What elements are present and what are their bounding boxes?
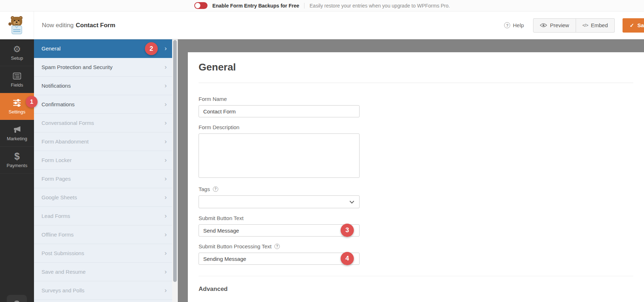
form-name-input[interactable] [199,105,360,117]
menu-item-label: Save and Resume [42,269,86,275]
menu-item-label: Form Pages [42,176,71,182]
chevron-right-icon: › [165,82,167,89]
sidebar-item-setup[interactable]: ⚙ Setup [0,39,34,66]
settings-menu-item-form-abandonment[interactable]: Form Abandonment› [34,132,172,151]
settings-panel: General Form Name Form Description [188,52,644,302]
settings-menu-item-form-locker[interactable]: Form Locker› [34,151,172,170]
settings-menu-item-confirmations[interactable]: Confirmations› [34,95,172,114]
embed-label: Embed [591,22,608,28]
help-icon: ? [504,22,510,28]
chevron-right-icon: › [165,119,167,127]
form-title: Contact Form [76,22,116,29]
preview-label: Preview [550,22,569,28]
settings-menu-item-google-sheets[interactable]: Google Sheets› [34,188,172,207]
tags-help-icon[interactable]: ? [213,186,218,192]
entry-backups-toggle[interactable] [194,2,208,9]
step-badge-1: 1 [26,96,38,108]
form-description-group: Form Description [199,124,360,179]
step-badge-4: 4 [341,252,354,265]
menu-item-label: Form Abandonment [42,138,89,145]
tags-select[interactable] [199,195,360,208]
settings-menu-item-lead-forms[interactable]: Lead Forms› [34,207,172,225]
step-badge-3: 3 [341,224,354,237]
sidebar-bottom-button[interactable] [7,295,27,302]
tags-group: Tags ? [199,186,360,208]
settings-menu-item-save-and-resume[interactable]: Save and Resume› [34,263,172,281]
settings-menu-item-surveys-and-polls[interactable]: Surveys and Polls› [34,281,172,300]
help-button[interactable]: ? Help [502,22,526,29]
chevron-right-icon: › [165,137,167,145]
chevron-right-icon: › [165,193,167,201]
settings-menu-item-conversational-forms[interactable]: Conversational Forms› [34,114,172,132]
settings-menu-scrollbar [172,39,178,302]
peek-icon [14,301,19,302]
menu-item-label: Conversational Forms [42,120,94,126]
preview-button[interactable]: Preview [533,18,576,33]
settings-menu-item-offline-forms[interactable]: Offline Forms› [34,225,172,244]
settings-menu-item-notifications[interactable]: Notifications› [34,77,172,95]
step-badge-2: 2 [145,42,158,55]
sidebar-item-label: Settings [9,109,25,115]
sliders-icon [13,98,21,107]
settings-menu-item-form-pages[interactable]: Form Pages› [34,170,172,188]
submit-button-text-label: Submit Button Text [199,215,360,221]
tags-label-text: Tags [199,186,210,192]
code-icon: </> [582,23,588,28]
check-icon: ✓ [630,22,634,29]
fields-list-icon [13,71,21,81]
sidebar-item-label: Payments [7,163,28,168]
form-description-label: Form Description [199,124,360,130]
menu-item-label: Form Locker [42,157,72,163]
submit-processing-text-group: Submit Button Processing Text ? 4 [199,243,360,265]
submit-button-text-input[interactable] [199,224,360,237]
sidebar-item-label: Marketing [7,136,27,141]
help-label: Help [513,22,524,28]
page-title: General [199,62,633,73]
chevron-right-icon: › [165,44,167,52]
embed-button[interactable]: </> Embed [576,18,615,33]
menu-item-label: General [42,45,60,52]
sidebar-item-payments[interactable]: $ Payments [0,147,34,174]
form-name-label: Form Name [199,96,360,102]
menu-item-label: Spam Protection and Security [42,64,112,70]
settings-menu-item-general[interactable]: General2› [34,39,172,58]
divider [199,276,633,276]
settings-menu-item-post-submissions[interactable]: Post Submissions› [34,244,172,263]
chevron-right-icon: › [165,175,167,182]
toggle-knob [195,3,200,8]
builder-sidebar: ⚙ Setup Fields [0,39,34,302]
menu-item-label: Google Sheets [42,194,77,200]
editing-prefix: Now editing [42,22,74,29]
sidebar-item-settings[interactable]: Settings 1 [0,93,34,120]
menu-item-label: Confirmations [42,101,75,107]
eye-icon [540,23,547,28]
sidebar-item-label: Fields [11,82,23,88]
promo-separator [304,3,304,9]
scrollbar-thumb[interactable] [173,40,177,282]
menu-item-label: Post Submissions [42,250,84,256]
now-editing-title: Now editing Contact Form [42,11,115,39]
submit-processing-text-label: Submit Button Processing Text ? [199,243,360,249]
chevron-right-icon: › [165,100,167,108]
builder-background: General Form Name Form Description [178,39,644,302]
menu-item-label: Notifications [42,83,71,89]
sidebar-item-fields[interactable]: Fields [0,66,34,93]
settings-menu-item-spam-protection-and-security[interactable]: Spam Protection and Security› [34,58,172,77]
save-button[interactable]: ✓ Save [623,18,644,33]
promo-bar: Enable Form Entry Backups for Free Easil… [0,0,644,11]
submit-processing-text-input[interactable] [199,253,360,265]
advanced-section-heading[interactable]: Advanced [199,286,633,293]
sidebar-item-marketing[interactable]: Marketing [0,120,34,147]
chevron-right-icon: › [165,156,167,164]
sidebar-item-label: Setup [11,55,23,61]
form-description-textarea[interactable] [199,133,360,178]
chevron-right-icon: › [165,268,167,276]
menu-item-label: Lead Forms [42,213,70,219]
form-name-group: Form Name [199,96,360,117]
tags-label: Tags ? [199,186,360,192]
wpforms-builder: Enable Form Entry Backups for Free Easil… [0,0,644,302]
builder-header: Now editing Contact Form ? Help Preview … [0,11,644,39]
processing-help-icon[interactable]: ? [274,244,280,249]
chevron-right-icon: › [165,249,167,257]
chevron-right-icon: › [165,286,167,294]
